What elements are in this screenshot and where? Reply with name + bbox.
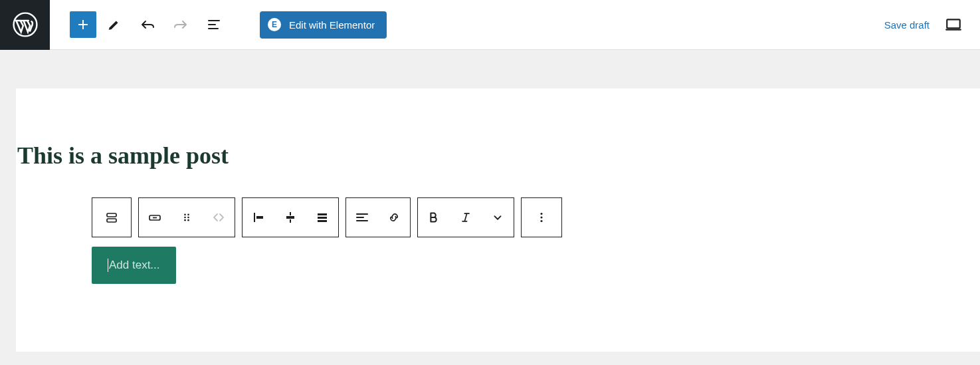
toolbar-group-link	[345, 197, 411, 237]
toolbar-group-more	[521, 197, 562, 237]
svg-point-8	[187, 217, 189, 219]
move-button[interactable]	[203, 198, 235, 237]
link-button[interactable]	[378, 198, 410, 237]
toolbar-group-justify	[242, 197, 339, 237]
pencil-icon	[107, 17, 122, 32]
svg-rect-15	[318, 220, 327, 222]
save-draft-button[interactable]: Save draft	[884, 19, 930, 31]
svg-rect-1	[947, 19, 960, 28]
redo-button[interactable]	[165, 9, 196, 40]
top-left-tools: E Edit with Elementor	[50, 9, 387, 40]
undo-button[interactable]	[132, 9, 163, 40]
svg-point-10	[187, 219, 189, 221]
italic-button[interactable]	[450, 198, 482, 237]
justify-right-button[interactable]	[306, 198, 338, 237]
toolbar-group-transform	[138, 197, 235, 237]
svg-point-6	[187, 214, 189, 216]
wordpress-icon	[13, 12, 38, 37]
button-placeholder: Add text...	[109, 259, 160, 272]
top-right-tools: Save draft	[884, 9, 980, 40]
elementor-label: Edit with Elementor	[289, 19, 375, 31]
text-cursor	[108, 259, 108, 272]
svg-rect-11	[256, 216, 263, 219]
align-text-button[interactable]	[346, 198, 378, 237]
move-icon	[211, 209, 227, 225]
svg-rect-13	[318, 213, 327, 215]
desktop-icon	[945, 16, 962, 33]
drag-icon	[180, 211, 193, 224]
elementor-icon: E	[268, 18, 281, 31]
plus-icon	[75, 17, 91, 33]
button-block-icon	[147, 209, 163, 225]
toolbar-group-format	[417, 197, 514, 237]
button-block-input[interactable]: Add text...	[92, 247, 176, 284]
edit-with-elementor-button[interactable]: E Edit with Elementor	[260, 11, 387, 39]
svg-rect-3	[107, 219, 116, 222]
svg-point-9	[184, 219, 186, 221]
svg-point-16	[540, 213, 542, 215]
svg-rect-12	[286, 216, 294, 219]
editor-canvas: This is a sample post te	[0, 50, 980, 352]
chevron-down-icon	[490, 210, 505, 225]
justify-center-icon	[282, 209, 298, 225]
post-title[interactable]: This is a sample post	[16, 142, 980, 170]
wordpress-logo[interactable]	[0, 0, 50, 50]
outline-button[interactable]	[199, 9, 229, 40]
justify-left-icon	[250, 209, 266, 225]
toolbar-group-parent	[92, 197, 132, 237]
align-left-icon	[354, 209, 370, 225]
more-format-button[interactable]	[482, 198, 514, 237]
svg-point-17	[540, 216, 542, 218]
post-content: This is a sample post te	[16, 88, 980, 352]
svg-rect-14	[318, 217, 327, 219]
justify-right-icon	[314, 209, 330, 225]
redo-icon	[173, 17, 189, 33]
block-toolbar	[92, 197, 980, 237]
edit-tool-button[interactable]	[99, 9, 130, 40]
top-toolbar: E Edit with Elementor Save draft	[0, 0, 980, 50]
svg-rect-2	[107, 213, 116, 217]
drag-handle[interactable]	[171, 198, 203, 237]
bold-button[interactable]	[418, 198, 450, 237]
bold-icon	[427, 210, 441, 225]
parent-block-button[interactable]	[96, 198, 128, 237]
italic-icon	[459, 211, 472, 224]
svg-point-18	[540, 220, 542, 222]
list-outline-icon	[206, 17, 222, 33]
undo-icon	[140, 17, 155, 33]
add-block-button[interactable]	[70, 11, 96, 38]
preview-button[interactable]	[943, 9, 964, 40]
more-options-button[interactable]	[522, 198, 561, 237]
svg-point-7	[184, 217, 186, 219]
kebab-icon	[534, 210, 549, 225]
buttons-block-icon	[104, 209, 120, 225]
svg-point-5	[184, 214, 186, 216]
justify-left-button[interactable]	[243, 198, 274, 237]
link-icon	[386, 209, 402, 225]
block-type-button[interactable]	[139, 198, 171, 237]
justify-center-button[interactable]	[274, 198, 306, 237]
